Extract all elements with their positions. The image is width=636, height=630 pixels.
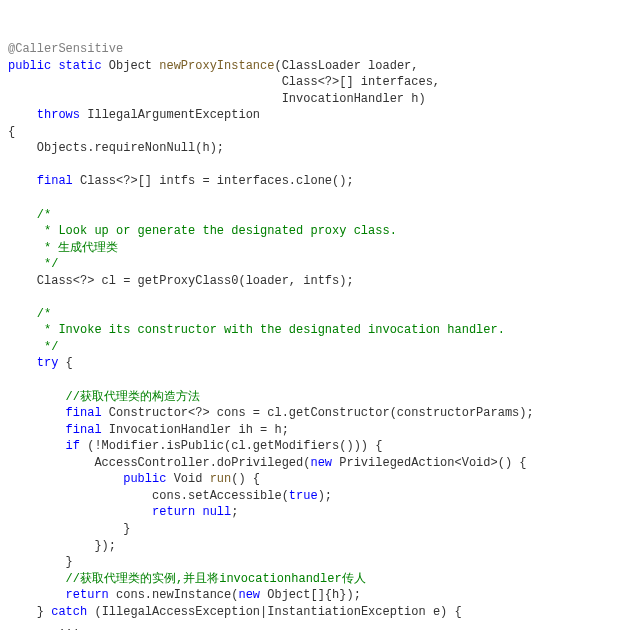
txt: ; — [231, 505, 238, 519]
indent — [8, 406, 66, 420]
txt: ... — [8, 621, 80, 630]
kw-new: new — [238, 588, 260, 602]
txt: (ClassLoader loader, — [274, 59, 418, 73]
code-block: @CallerSensitive public static Object ne… — [8, 41, 628, 630]
kw-public: public — [123, 472, 166, 486]
lit-true: true — [289, 489, 318, 503]
indent — [8, 423, 66, 437]
txt: cons.newInstance( — [109, 588, 239, 602]
kw-throws: throws — [37, 108, 80, 122]
indent — [8, 588, 66, 602]
indent — [8, 472, 123, 486]
kw-final: final — [66, 423, 102, 437]
kw-final: final — [66, 406, 102, 420]
txt: Class<?>[] intfs = interfaces.clone(); — [73, 174, 354, 188]
kw-catch: catch — [51, 605, 87, 619]
indent — [8, 356, 37, 370]
kw-return: return — [66, 588, 109, 602]
comment: * 生成代理类 — [8, 241, 118, 255]
kw-new: new — [310, 456, 332, 470]
txt: }); — [8, 539, 116, 553]
comment: //获取代理类的实例,并且将invocationhandler传人 — [8, 572, 366, 586]
indent — [8, 174, 37, 188]
txt: Objects.requireNonNull( — [8, 141, 202, 155]
annotation: @CallerSensitive — [8, 42, 123, 56]
txt: Class<?> cl = getProxyClass0(loader, int… — [8, 274, 354, 288]
comment: */ — [8, 340, 58, 354]
txt: PrivilegedAction<Void>() { — [332, 456, 526, 470]
txt: () { — [231, 472, 260, 486]
txt: IllegalArgumentException — [80, 108, 260, 122]
comment: */ — [8, 257, 58, 271]
txt: { — [8, 125, 15, 139]
txt: { — [58, 356, 72, 370]
comment: * Look up or generate the designated pro… — [8, 224, 397, 238]
txt: Class<?>[] interfaces, — [8, 75, 440, 89]
txt: Constructor<?> cons = cl.getConstructor(… — [102, 406, 534, 420]
comment: * Invoke its constructor with the design… — [8, 323, 505, 337]
kw-public: public — [8, 59, 51, 73]
txt: AccessController.doPrivileged( — [8, 456, 310, 470]
kw-if: if — [66, 439, 80, 453]
indent — [8, 439, 66, 453]
lit-null: null — [202, 505, 231, 519]
txt: InvocationHandler h) — [8, 92, 426, 106]
comment: /* — [8, 307, 51, 321]
method-run: run — [210, 472, 232, 486]
txt: ); — [210, 141, 224, 155]
txt: Void — [166, 472, 209, 486]
txt: } — [8, 522, 130, 536]
method-name: newProxyInstance — [159, 59, 274, 73]
txt: Object — [102, 59, 160, 73]
txt: (!Modifier.isPublic(cl.getModifiers())) … — [80, 439, 382, 453]
txt: } — [8, 555, 73, 569]
comment: //获取代理类的构造方法 — [8, 390, 200, 404]
txt: } — [8, 605, 51, 619]
kw-return: return — [152, 505, 195, 519]
txt: }); — [339, 588, 361, 602]
kw-static: static — [58, 59, 101, 73]
txt: cons.setAccessible( — [8, 489, 289, 503]
comment: /* — [8, 208, 51, 222]
kw-try: try — [37, 356, 59, 370]
indent — [8, 505, 152, 519]
indent — [8, 108, 37, 122]
txt: (IllegalAccessException|InstantiationExc… — [87, 605, 461, 619]
txt: ); — [318, 489, 332, 503]
txt: InvocationHandler ih = h; — [102, 423, 289, 437]
kw-final: final — [37, 174, 73, 188]
txt: Object[]{ — [260, 588, 332, 602]
param: h — [202, 141, 209, 155]
